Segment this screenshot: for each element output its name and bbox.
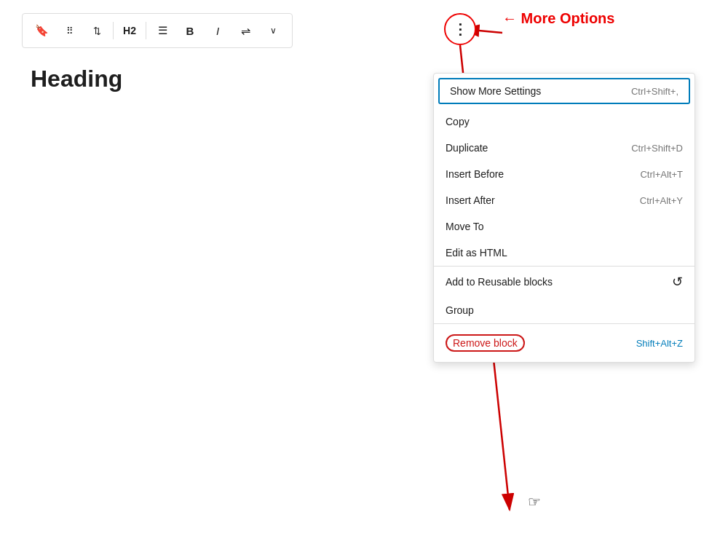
menu-item-copy[interactable]: Copy (434, 109, 695, 135)
heading-level-label: H2 (123, 25, 136, 36)
drag-handle-button[interactable]: ⠿ (56, 17, 82, 44)
move-to-label: Move To (446, 221, 484, 232)
bookmark-button[interactable]: 🔖 (28, 17, 55, 44)
chevron-down-icon: ∨ (270, 25, 277, 36)
menu-item-move-to[interactable]: Move To (434, 213, 695, 240)
dropdown-menu: Show More Settings Ctrl+Shift+, Copy Dup… (433, 73, 695, 363)
chevron-updown-icon: ⇅ (93, 25, 101, 36)
show-more-settings-label: Show More Settings (450, 85, 541, 97)
duplicate-shortcut: Ctrl+Shift+D (631, 143, 683, 154)
insert-before-shortcut: Ctrl+Alt+T (640, 169, 683, 180)
insert-before-label: Insert Before (446, 168, 504, 180)
menu-item-insert-before[interactable]: Insert Before Ctrl+Alt+T (434, 161, 695, 187)
align-icon: ☰ (158, 24, 167, 37)
drag-icon: ⠿ (66, 25, 73, 36)
heading-level-button[interactable]: H2 (116, 17, 143, 44)
show-more-settings-shortcut: Ctrl+Shift+, (631, 86, 678, 97)
italic-button[interactable]: I (205, 17, 231, 44)
menu-item-group[interactable]: Group (434, 297, 695, 323)
bookmark-icon: 🔖 (35, 24, 49, 37)
align-button[interactable]: ☰ (149, 17, 175, 44)
remove-block-shortcut: Shift+Alt+Z (636, 338, 683, 349)
edit-html-label: Edit as HTML (446, 247, 507, 259)
group-label: Group (446, 304, 474, 316)
menu-item-show-more-settings[interactable]: Show More Settings Ctrl+Shift+, (438, 78, 690, 104)
more-options-button[interactable]: ⋮ (444, 13, 476, 45)
block-toolbar: 🔖 ⠿ ⇅ H2 ☰ B I ⇌ ∨ (22, 13, 293, 48)
remove-block-label: Remove block (446, 334, 525, 352)
menu-item-duplicate[interactable]: Duplicate Ctrl+Shift+D (434, 135, 695, 161)
annotation-label: ← More Options (502, 10, 614, 27)
copy-label: Copy (446, 116, 470, 127)
separator-2 (146, 22, 146, 39)
reusable-icon: ↺ (672, 274, 683, 290)
separator-1 (113, 22, 114, 39)
move-up-down-button[interactable]: ⇅ (84, 17, 110, 44)
link-icon: ⇌ (241, 24, 250, 38)
duplicate-label: Duplicate (446, 142, 488, 154)
italic-icon: I (216, 25, 219, 37)
menu-item-reusable-blocks[interactable]: Add to Reusable blocks ↺ (434, 267, 695, 297)
bold-icon: B (186, 25, 194, 37)
link-button[interactable]: ⇌ (232, 17, 258, 44)
insert-after-shortcut: Ctrl+Alt+Y (640, 195, 683, 206)
menu-item-insert-after[interactable]: Insert After Ctrl+Alt+Y (434, 187, 695, 213)
bold-button[interactable]: B (177, 17, 203, 44)
remove-block-button[interactable]: Remove block Shift+Alt+Z (434, 327, 695, 359)
more-options-icon: ⋮ (453, 20, 468, 38)
cursor-icon: ☞ (528, 493, 541, 510)
reusable-blocks-label: Add to Reusable blocks (446, 276, 553, 288)
menu-item-edit-html[interactable]: Edit as HTML (434, 240, 695, 266)
chevron-down-button[interactable]: ∨ (260, 17, 286, 44)
insert-after-label: Insert After (446, 194, 495, 206)
heading-text: Heading (31, 66, 122, 92)
remove-block-section: Remove block Shift+Alt+Z (434, 324, 695, 362)
